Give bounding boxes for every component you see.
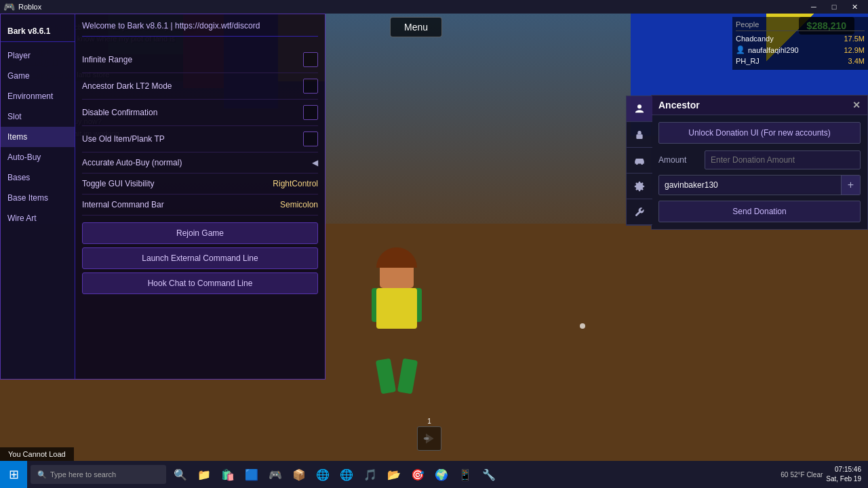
bark-welcome-text: Welcome to Bark v8.6.1 | https://dogix.w… — [82, 21, 318, 37]
character-body — [376, 288, 417, 329]
rejoin-game-button[interactable]: Rejoin Game — [82, 222, 318, 244]
taskbar-sys-icons: 60 52°F Clear — [781, 471, 823, 479]
sidebar-item-base-items[interactable]: Base Items — [1, 188, 75, 208]
toolbar-tool-icon — [417, 426, 441, 451]
setting-old-item-tp: Use Old Item/Plank TP — [82, 126, 318, 152]
titlebar: 🎮 Roblox ─ □ ✕ — [0, 0, 868, 14]
send-donation-button[interactable]: Send Donation — [658, 201, 861, 222]
setting-label: Ancestor Dark LT2 Mode — [82, 81, 172, 91]
svg-point-2 — [636, 163, 638, 165]
donation-amount-row: Amount — [658, 150, 861, 169]
sidebar-item-environment[interactable]: Environment — [1, 86, 75, 106]
start-button[interactable]: ⊞ — [0, 461, 27, 488]
ancestor-icon-people[interactable] — [627, 96, 652, 122]
ancestor-content: Unlock Donation UI (For new accounts) Am… — [652, 115, 867, 229]
ancestor-icon-lock[interactable] — [627, 122, 652, 148]
sidebar-item-game[interactable]: Game — [1, 66, 75, 86]
ancestor-title: Ancestor — [658, 100, 700, 110]
bark-sidebar: Bark v8.6.1 Player Game Environment Slot… — [1, 14, 75, 379]
setting-toggle-ancestor-dark[interactable] — [303, 79, 318, 94]
setting-accurate-auto-buy[interactable]: Accurate Auto-Buy (normal) ◀ — [82, 152, 318, 174]
svg-rect-1 — [636, 134, 642, 139]
setting-toggle-disable-confirmation[interactable] — [303, 105, 318, 120]
leaderboard-row: Chadcandy 17.5M — [736, 33, 865, 44]
taskbar: ⊞ 🔍 Type here to search 🔍 📁 🛍️ 🟦 🎮 📦 🌐 🌐… — [0, 461, 868, 488]
setting-toggle-infinite-range[interactable] — [303, 52, 318, 67]
taskbar-icon-app3[interactable]: 📦 — [288, 464, 310, 485]
ancestor-panel: Ancestor ✕ Unlock Donation UI (For new a… — [651, 95, 868, 230]
amount-label: Amount — [658, 155, 699, 165]
sidebar-item-wire-art[interactable]: Wire Art — [1, 208, 75, 228]
ancestor-icon-sidebar — [626, 96, 652, 226]
bark-content: Welcome to Bark v8.6.1 | https://dogix.w… — [75, 14, 325, 379]
taskbar-icon-app4[interactable]: 🌐 — [312, 464, 334, 485]
window-controls: ─ □ ✕ — [804, 0, 865, 14]
unlock-donation-button[interactable]: Unlock Donation UI (For new accounts) — [658, 122, 861, 144]
ancestor-titlebar: Ancestor ✕ — [652, 96, 867, 115]
bark-title: Bark v8.6.1 — [1, 21, 75, 42]
taskbar-temp: 52°F Clear — [790, 471, 823, 479]
character-leg-right — [397, 358, 418, 394]
donation-user-row: + — [658, 175, 861, 195]
taskbar-icon-app2[interactable]: 🎮 — [264, 464, 286, 485]
ancestor-close-button[interactable]: ✕ — [852, 100, 861, 110]
donation-amount-input[interactable] — [705, 150, 861, 169]
menu-button[interactable]: Menu — [390, 17, 442, 37]
toolbar-slot-number: 1 — [427, 418, 431, 425]
taskbar-icon-browser[interactable]: 🌍 — [431, 464, 452, 485]
player-character — [353, 258, 441, 393]
sidebar-item-items[interactable]: Items — [1, 127, 75, 147]
cannot-load-notification: You Cannot Load — [0, 447, 74, 461]
taskbar-icon-chrome[interactable]: 🌐 — [336, 464, 357, 485]
taskbar-icon-music[interactable]: 🎵 — [359, 464, 381, 485]
search-placeholder: Type here to search — [50, 470, 116, 479]
svg-rect-5 — [424, 438, 426, 439]
sidebar-item-auto-buy[interactable]: Auto-Buy — [1, 147, 75, 167]
taskbar-clock: 07:15:46 Sat, Feb 19 — [826, 465, 861, 484]
taskbar-icon-app6[interactable]: 🔧 — [478, 464, 500, 485]
setting-label: Accurate Auto-Buy (normal) — [82, 158, 182, 167]
friend-icon: 👤 — [736, 45, 745, 54]
setting-toggle-old-item-tp[interactable] — [303, 131, 318, 146]
toolbar-item: 1 — [417, 418, 441, 451]
add-user-button[interactable]: + — [841, 176, 860, 195]
taskbar-icon-app5[interactable]: 📱 — [454, 464, 476, 485]
taskbar-icon-app1[interactable]: 🟦 — [241, 464, 262, 485]
setting-toggle-gui: Toggle GUI Visibility RightControl — [82, 174, 318, 195]
taskbar-date-value: Sat, Feb 19 — [826, 474, 861, 484]
taskbar-icon-folder[interactable]: 📁 — [193, 464, 215, 485]
taskbar-icon-files[interactable]: 📂 — [383, 464, 405, 485]
setting-ancestor-dark: Ancestor Dark LT2 Mode — [82, 73, 318, 100]
character-leg-left — [376, 358, 396, 394]
setting-label: Infinite Range — [82, 55, 132, 64]
titlebar-title: Roblox — [18, 3, 41, 11]
setting-label: Disable Confirmation — [82, 108, 157, 117]
sidebar-item-bases[interactable]: Bases — [1, 167, 75, 188]
taskbar-icon-store[interactable]: 🛍️ — [217, 464, 239, 485]
launch-external-cmd-button[interactable]: Launch External Command Line — [82, 247, 318, 269]
player-money: 17.5M — [844, 35, 865, 43]
ancestor-icon-car[interactable] — [627, 148, 652, 174]
taskbar-icon-game2[interactable]: 🎯 — [407, 464, 429, 485]
sidebar-item-slot[interactable]: Slot — [1, 106, 75, 127]
maximize-button[interactable]: □ — [824, 0, 844, 14]
setting-value: Semicolon — [280, 200, 318, 209]
taskbar-search[interactable]: 🔍 Type here to search — [31, 465, 166, 484]
taskbar-icon-explorer[interactable]: 🔍 — [170, 464, 191, 485]
bark-panel: Bark v8.6.1 Player Game Environment Slot… — [0, 14, 326, 380]
sidebar-item-player[interactable]: Player — [1, 45, 75, 66]
leaderboard: People Chadcandy 17.5M 👤naufalfaqihl290 … — [732, 17, 868, 70]
leaderboard-header: People — [736, 20, 865, 31]
leaderboard-row: PH_RJ 3.4M — [736, 56, 865, 66]
hook-chat-button[interactable]: Hook Chat to Command Line — [82, 272, 318, 294]
minimize-button[interactable]: ─ — [804, 0, 824, 14]
close-button[interactable]: ✕ — [844, 0, 865, 14]
player-money: 12.9M — [844, 46, 865, 54]
ancestor-icon-tools[interactable] — [627, 199, 652, 225]
donation-username-input[interactable] — [659, 176, 841, 194]
setting-value: RightControl — [273, 179, 318, 188]
taskbar-app-icons: 🔍 📁 🛍️ 🟦 🎮 📦 🌐 🌐 🎵 📂 🎯 🌍 📱 🔧 — [170, 464, 500, 485]
taskbar-fps: 60 — [781, 471, 788, 479]
character-legs — [353, 359, 441, 393]
ancestor-icon-settings[interactable] — [627, 174, 652, 199]
